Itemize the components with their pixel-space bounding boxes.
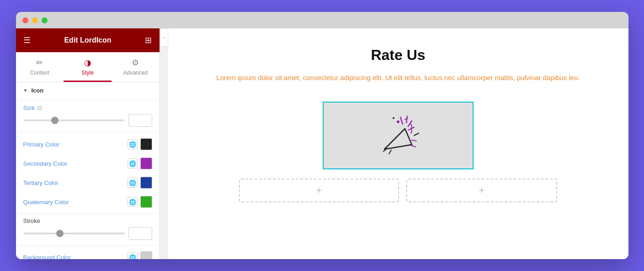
tertiary-color-row: Tertiary Color 🌐: [16, 173, 160, 192]
size-responsive-icon: ⊡: [37, 105, 42, 111]
quaternary-color-row: Quaternary Color 🌐: [16, 192, 160, 211]
divider-4: [16, 245, 160, 246]
size-row: Size ⊡ 150: [16, 103, 160, 130]
tertiary-color-label: Tertiary Color: [23, 179, 124, 186]
section-label: Icon: [31, 87, 43, 94]
tab-content-label: Content: [30, 70, 49, 76]
primary-color-controls: 🌐: [128, 138, 152, 150]
maximize-dot[interactable]: [42, 17, 48, 23]
tertiary-color-controls: 🌐: [128, 177, 152, 189]
tertiary-color-globe[interactable]: 🌐: [128, 178, 138, 188]
secondary-color-row: Secondary Color 🌐: [16, 154, 160, 173]
secondary-color-label: Secondary Color: [23, 160, 124, 167]
quaternary-color-globe[interactable]: 🌐: [128, 197, 138, 207]
tab-style-label: Style: [81, 70, 94, 76]
section-arrow: ▼: [23, 88, 28, 93]
svg-line-4: [414, 133, 419, 136]
content-icon: ✏: [36, 58, 43, 68]
browser-window: ☰ Edit LordIcon ⊞ ✏ Content ◑ Style ⚙ Ad…: [16, 12, 628, 259]
title-bar: [16, 12, 628, 28]
svg-line-0: [400, 117, 403, 124]
background-color-globe[interactable]: 🌐: [128, 252, 138, 259]
stroke-input[interactable]: 25: [128, 227, 152, 240]
background-color-label: Background Color: [23, 254, 124, 260]
background-color-controls: 🌐: [128, 251, 152, 259]
tab-advanced[interactable]: ⚙ Advanced: [112, 52, 160, 82]
add-block-left[interactable]: +: [239, 179, 399, 202]
icon-frame: [323, 102, 474, 169]
stroke-row: Stroke 25: [16, 216, 160, 244]
tab-advanced-label: Advanced: [123, 70, 147, 76]
add-block-right-icon: +: [479, 184, 485, 196]
add-block-right[interactable]: +: [406, 179, 557, 202]
background-color-row: Background Color 🌐: [16, 248, 160, 259]
primary-color-swatch[interactable]: [140, 138, 152, 150]
divider-1: [16, 100, 160, 101]
tab-style[interactable]: ◑ Style: [64, 52, 112, 82]
tertiary-color-swatch[interactable]: [140, 177, 152, 189]
sidebar-title: Edit LordIcon: [64, 36, 111, 44]
tab-content[interactable]: ✏ Content: [16, 52, 64, 82]
secondary-color-swatch[interactable]: [140, 157, 152, 169]
secondary-color-controls: 🌐: [128, 157, 152, 169]
sidebar-body: ▼ Icon Size ⊡ 150: [16, 82, 160, 259]
collapse-arrow: ‹: [163, 35, 165, 40]
collapse-handle[interactable]: ‹: [160, 28, 168, 47]
svg-line-5: [412, 140, 416, 141]
svg-line-9: [389, 150, 391, 154]
add-block-left-icon: +: [316, 184, 322, 196]
icon-svg-container: [371, 108, 426, 163]
sidebar: ☰ Edit LordIcon ⊞ ✏ Content ◑ Style ⚙ Ad…: [16, 28, 160, 259]
browser-content: ☰ Edit LordIcon ⊞ ✏ Content ◑ Style ⚙ Ad…: [16, 28, 628, 259]
divider-3: [16, 213, 160, 214]
lord-icon-svg: [371, 108, 426, 163]
size-label: Size: [23, 104, 35, 111]
svg-point-10: [397, 120, 399, 123]
divider-2: [16, 132, 160, 133]
svg-marker-7: [384, 129, 412, 149]
close-dot[interactable]: [22, 17, 28, 23]
tabs: ✏ Content ◑ Style ⚙ Advanced: [16, 52, 160, 82]
primary-color-label: Primary Color: [23, 141, 124, 148]
grid-icon[interactable]: ⊞: [145, 35, 152, 45]
size-slider[interactable]: [23, 119, 125, 121]
primary-color-row: Primary Color 🌐: [16, 135, 160, 154]
secondary-color-globe[interactable]: 🌐: [128, 158, 138, 168]
style-icon: ◑: [84, 58, 91, 68]
page-title: Rate Us: [371, 47, 425, 64]
stroke-slider[interactable]: [23, 233, 125, 234]
page-subtitle: Lorem ipsum dolor sit amet, consectetur …: [216, 73, 580, 83]
primary-color-globe[interactable]: 🌐: [128, 139, 138, 149]
minimize-dot[interactable]: [32, 17, 38, 23]
bottom-row: + +: [239, 179, 557, 202]
section-header-icon[interactable]: ▼ Icon: [16, 82, 160, 98]
background-color-swatch[interactable]: [140, 251, 152, 259]
quaternary-color-label: Quaternary Color: [23, 199, 124, 206]
sidebar-header: ☰ Edit LordIcon ⊞: [16, 28, 160, 52]
size-input[interactable]: 150: [128, 114, 152, 127]
stroke-label: Stroke: [23, 217, 41, 224]
quaternary-color-controls: 🌐: [128, 196, 152, 208]
svg-point-11: [393, 117, 394, 119]
hamburger-icon[interactable]: ☰: [23, 35, 31, 45]
quaternary-color-swatch[interactable]: [140, 196, 152, 208]
main-content: Rate Us Lorem ipsum dolor sit amet, cons…: [168, 28, 628, 259]
advanced-icon: ⚙: [132, 58, 139, 68]
icon-preview-area: [323, 102, 474, 169]
